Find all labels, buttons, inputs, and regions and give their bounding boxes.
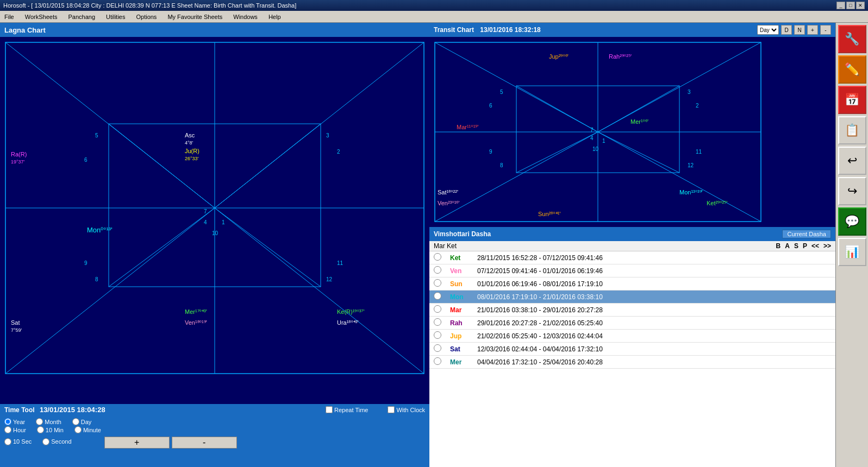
transit-n-button[interactable]: N — [794, 25, 805, 35]
time-minus-button[interactable]: - — [172, 437, 237, 449]
menu-help[interactable]: Help — [266, 12, 283, 21]
second-radio-group[interactable]: Second — [42, 438, 71, 445]
svg-text:2: 2 — [696, 103, 699, 109]
dasha-period: 12/03/2016 02:44:04 - 04/04/2016 17:32:1… — [473, 343, 835, 356]
ten-min-radio[interactable] — [37, 426, 44, 433]
dasha-nav-a[interactable]: A — [785, 242, 790, 250]
month-radio-group[interactable]: Month — [36, 418, 61, 425]
year-radio[interactable] — [4, 418, 11, 425]
dasha-planet-name: Sun — [450, 280, 463, 288]
dasha-nav-next[interactable]: >> — [823, 242, 831, 250]
svg-text:8: 8 — [95, 276, 98, 282]
time-plus-button[interactable]: + — [104, 437, 170, 449]
dasha-period: 07/12/2015 09:41:46 - 01/01/2016 06:19:4… — [473, 264, 835, 277]
dasha-panel: Vimshottari Dasha Current Dasha Mar Ket … — [429, 227, 835, 467]
time-tool-checkboxes: Repeat Time With Clock — [326, 406, 425, 413]
dasha-row[interactable]: Mon 08/01/2016 17:19:10 - 21/01/2016 03:… — [429, 291, 835, 304]
left-panel: Lagna Chart — [0, 23, 429, 467]
second-radio[interactable] — [42, 438, 49, 445]
with-clock-checkbox[interactable] — [388, 406, 395, 413]
dasha-nav-p[interactable]: P — [803, 242, 807, 250]
year-radio-group[interactable]: Year — [4, 418, 25, 425]
dasha-row[interactable]: Jup 21/02/2016 05:25:40 - 12/03/2016 02:… — [429, 330, 835, 343]
hour-radio[interactable] — [4, 426, 11, 433]
time-tool-datetime: 13/01/2015 18:04:28 — [40, 406, 105, 414]
dasha-nav: Mar Ket B A S P << >> — [429, 241, 835, 251]
dasha-row[interactable]: Ven 07/12/2015 09:41:46 - 01/01/2016 06:… — [429, 264, 835, 277]
sidebar-back-button[interactable]: ↩ — [838, 147, 866, 175]
restore-button[interactable]: □ — [846, 2, 855, 9]
sidebar-forward-button[interactable]: ↪ — [838, 177, 866, 205]
dasha-nav-s[interactable]: S — [794, 242, 798, 250]
minimize-button[interactable]: _ — [836, 2, 845, 9]
current-dasha-button[interactable]: Current Dasha — [782, 230, 831, 238]
dasha-row[interactable]: Mar 21/01/2016 03:38:10 - 29/01/2016 20:… — [429, 304, 835, 317]
sidebar-notes-button[interactable]: 📋 — [838, 116, 866, 144]
dasha-nav-prev[interactable]: << — [811, 242, 819, 250]
dasha-planet-icon — [434, 279, 441, 287]
dasha-planet-name: Ket — [450, 254, 460, 262]
menu-favourite[interactable]: My Favourite Sheets — [165, 12, 224, 21]
time-tool: Time Tool 13/01/2015 18:04:28 Repeat Tim… — [0, 404, 429, 467]
svg-text:26°33': 26°33' — [185, 156, 199, 161]
sidebar-tools-button[interactable]: 🔧 — [838, 25, 866, 53]
month-radio[interactable] — [36, 418, 43, 425]
dasha-row[interactable]: Sat 12/03/2016 02:44:04 - 04/04/2016 17:… — [429, 343, 835, 356]
svg-text:Mar¹¹°¹⁹': Mar¹¹°¹⁹' — [457, 124, 478, 130]
svg-text:6: 6 — [489, 103, 492, 109]
window-controls[interactable]: _ □ ✕ — [836, 2, 865, 9]
minute-label: Minute — [83, 427, 101, 433]
ten-min-radio-group[interactable]: 10 Min — [37, 426, 64, 433]
title-bar: Horosoft - [ 13/01/2015 18:04:28 City : … — [0, 0, 868, 11]
svg-text:10: 10 — [212, 230, 218, 236]
repeat-time-checkbox[interactable] — [326, 406, 333, 413]
dasha-planet-icon — [434, 357, 441, 365]
second-label: Second — [51, 438, 71, 445]
svg-text:9: 9 — [489, 149, 492, 155]
sidebar-calendar-button[interactable]: 📅 — [838, 86, 866, 114]
menu-windows[interactable]: Windows — [231, 12, 260, 21]
svg-text:Mer¹°⁶': Mer¹°⁶' — [630, 118, 648, 125]
transit-chart-area: 1 10 4 7 3 2 5 6 8 9 12 11 Jup²⁹°⁶' Rah²… — [429, 37, 835, 227]
menu-options[interactable]: Options — [134, 12, 159, 21]
dasha-period: 21/01/2016 03:38:10 - 29/01/2016 20:27:2… — [473, 304, 835, 317]
ten-sec-radio-group[interactable]: 10 Sec — [4, 438, 32, 445]
svg-text:1: 1 — [222, 219, 225, 225]
dasha-planet-icon — [434, 266, 441, 274]
menu-file[interactable]: File — [2, 12, 16, 21]
menu-panchang[interactable]: Panchang — [66, 12, 97, 21]
dasha-row[interactable]: Mer 04/04/2016 17:32:10 - 25/04/2016 20:… — [429, 356, 835, 369]
transit-minus-button[interactable]: - — [820, 25, 831, 35]
time-tool-buttons: + - — [104, 437, 237, 449]
ten-min-label: 10 Min — [46, 427, 64, 433]
dasha-nav-b[interactable]: B — [776, 242, 781, 250]
dasha-row[interactable]: Sun 01/01/2016 06:19:46 - 08/01/2016 17:… — [429, 277, 835, 291]
sidebar-whatsapp-button[interactable]: 💬 — [838, 207, 866, 236]
menu-utilities[interactable]: Utilities — [104, 12, 127, 21]
sidebar-edit-button[interactable]: ✏️ — [838, 55, 866, 84]
dasha-planet-name: Mer — [450, 358, 461, 366]
svg-text:11: 11 — [696, 149, 702, 155]
dasha-row[interactable]: Rah 29/01/2016 20:27:28 - 21/02/2016 05:… — [429, 317, 835, 330]
dasha-row[interactable]: Ket 28/11/2015 16:52:28 - 07/12/2015 09:… — [429, 251, 835, 264]
sidebar-extra-button[interactable]: 📊 — [838, 238, 866, 266]
transit-d-button[interactable]: D — [781, 25, 792, 35]
day-radio[interactable] — [72, 418, 79, 425]
svg-text:3: 3 — [326, 132, 329, 138]
day-radio-group[interactable]: Day — [72, 418, 92, 425]
repeat-time-checkbox-group[interactable]: Repeat Time — [326, 406, 368, 413]
minute-radio-group[interactable]: Minute — [74, 426, 101, 433]
ten-sec-radio[interactable] — [4, 438, 11, 445]
transit-plus-button[interactable]: + — [807, 25, 818, 35]
svg-text:Mer¹⁷°⁴³': Mer¹⁷°⁴³' — [185, 308, 207, 315]
menu-worksheets[interactable]: WorkSheets — [23, 12, 60, 21]
day-select[interactable]: Day — [757, 25, 779, 35]
close-button[interactable]: ✕ — [856, 2, 865, 9]
hour-radio-group[interactable]: Hour — [4, 426, 26, 433]
with-clock-checkbox-group[interactable]: With Clock — [388, 406, 425, 413]
svg-text:6: 6 — [84, 157, 88, 163]
svg-text:Rah²⁹°²⁵': Rah²⁹°²⁵' — [609, 53, 632, 60]
dasha-planet-icon — [434, 344, 441, 352]
dasha-planet-icon — [434, 305, 441, 313]
minute-radio[interactable] — [74, 426, 82, 433]
